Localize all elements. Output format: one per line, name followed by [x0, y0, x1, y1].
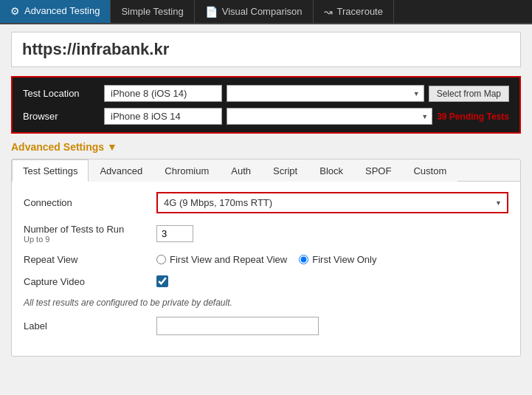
doc-icon: 📄	[205, 6, 218, 18]
connection-label: Connection	[24, 197, 156, 208]
advanced-settings-toggle[interactable]: Advanced Settings ▼	[11, 141, 521, 153]
gear-icon: ⚙	[10, 5, 20, 17]
nav-tab-visual-comparison[interactable]: 📄 Visual Comparison	[195, 0, 314, 23]
tab-test-settings-label: Test Settings	[23, 165, 77, 176]
nav-tab-advanced-testing-label: Advanced Testing	[24, 5, 100, 16]
tab-spof[interactable]: SPOF	[354, 159, 402, 182]
label-field-label: Label	[24, 320, 156, 332]
main-content: https://infrabank.kr Test Location iPhon…	[0, 24, 532, 395]
tab-spof-label: SPOF	[365, 165, 391, 176]
tab-block-label: Block	[319, 165, 343, 176]
url-display: https://infrabank.kr	[11, 32, 521, 67]
label-row: Label	[24, 317, 508, 335]
repeat-view-radio-first[interactable]	[299, 255, 308, 264]
num-tests-label-block: Number of Tests to Run Up to 9	[24, 224, 156, 244]
test-location-select-wrap	[227, 85, 424, 102]
capture-video-checkbox-wrap	[156, 275, 168, 287]
browser-select-wrap	[227, 108, 432, 125]
tab-chromium-label: Chromium	[165, 165, 209, 176]
tab-auth[interactable]: Auth	[220, 159, 262, 182]
repeat-view-option-first[interactable]: First View Only	[299, 254, 376, 265]
nav-tab-traceroute[interactable]: ↝ Traceroute	[314, 0, 394, 23]
repeat-view-option-first-label: First View Only	[312, 254, 376, 265]
browser-label: Browser	[23, 111, 104, 122]
tab-advanced-label: Advanced	[100, 165, 142, 176]
connection-row: Connection 4G (9 Mbps, 170ms RTT) 3G (1.…	[24, 192, 508, 213]
num-tests-sublabel: Up to 9	[24, 235, 156, 244]
tab-custom[interactable]: Custom	[402, 159, 457, 182]
tab-panel: Test Settings Advanced Chromium Auth Scr…	[11, 159, 521, 357]
tab-content: Connection 4G (9 Mbps, 170ms RTT) 3G (1.…	[12, 182, 520, 356]
repeat-view-radio-group: First View and Repeat View First View On…	[156, 254, 376, 265]
browser-value: iPhone 8 iOS 14	[104, 108, 222, 125]
top-nav: ⚙ Advanced Testing Simple Testing 📄 Visu…	[0, 0, 532, 24]
advanced-settings-label-text: Advanced Settings	[11, 141, 104, 153]
tab-script-label: Script	[273, 165, 297, 176]
nav-tab-simple-testing[interactable]: Simple Testing	[111, 0, 194, 23]
label-input[interactable]	[156, 317, 319, 335]
repeat-view-option-repeat-label: First View and Repeat View	[170, 254, 287, 265]
tab-block[interactable]: Block	[308, 159, 354, 182]
num-tests-label: Number of Tests to Run	[24, 224, 156, 235]
nav-tab-simple-testing-label: Simple Testing	[121, 6, 183, 17]
tab-auth-label: Auth	[231, 165, 251, 176]
tab-chromium[interactable]: Chromium	[153, 159, 220, 182]
tab-list: Test Settings Advanced Chromium Auth Scr…	[12, 159, 520, 182]
test-location-label: Test Location	[23, 88, 104, 99]
test-location-dropdown[interactable]	[227, 85, 424, 102]
num-tests-row: Number of Tests to Run Up to 9	[24, 224, 508, 244]
private-note: All test results are configured to be pr…	[24, 298, 508, 308]
nav-tab-traceroute-label: Traceroute	[337, 6, 383, 17]
traceroute-icon: ↝	[324, 6, 333, 18]
capture-video-row: Capture Video	[24, 275, 508, 287]
tab-custom-label: Custom	[413, 165, 446, 176]
num-tests-input[interactable]	[156, 225, 193, 242]
test-location-value: iPhone 8 (iOS 14)	[104, 85, 222, 102]
location-browser-section: Test Location iPhone 8 (iOS 14) Select f…	[11, 76, 521, 134]
tab-script[interactable]: Script	[262, 159, 308, 182]
tab-advanced[interactable]: Advanced	[89, 159, 153, 182]
advanced-settings-arrow: ▼	[107, 141, 117, 153]
select-from-map-button[interactable]: Select from Map	[429, 86, 509, 102]
capture-video-label: Capture Video	[24, 276, 156, 287]
connection-dropdown[interactable]: 4G (9 Mbps, 170ms RTT) 3G (1.6 Mbps, 300…	[158, 193, 507, 212]
repeat-view-label: Repeat View	[24, 254, 156, 265]
repeat-view-row: Repeat View First View and Repeat View F…	[24, 254, 508, 265]
browser-dropdown[interactable]	[227, 108, 432, 125]
browser-row: Browser iPhone 8 iOS 14 39 Pending Tests	[23, 108, 509, 125]
test-location-row: Test Location iPhone 8 (iOS 14) Select f…	[23, 85, 509, 102]
capture-video-checkbox[interactable]	[156, 275, 168, 287]
repeat-view-option-repeat[interactable]: First View and Repeat View	[156, 254, 287, 265]
nav-tab-advanced-testing[interactable]: ⚙ Advanced Testing	[0, 0, 111, 23]
nav-tab-visual-comparison-label: Visual Comparison	[222, 6, 303, 17]
tab-test-settings[interactable]: Test Settings	[12, 159, 89, 182]
pending-tests-badge: 39 Pending Tests	[437, 111, 509, 122]
repeat-view-radio-repeat[interactable]	[156, 255, 166, 264]
connection-select-wrap: 4G (9 Mbps, 170ms RTT) 3G (1.6 Mbps, 300…	[156, 192, 508, 213]
